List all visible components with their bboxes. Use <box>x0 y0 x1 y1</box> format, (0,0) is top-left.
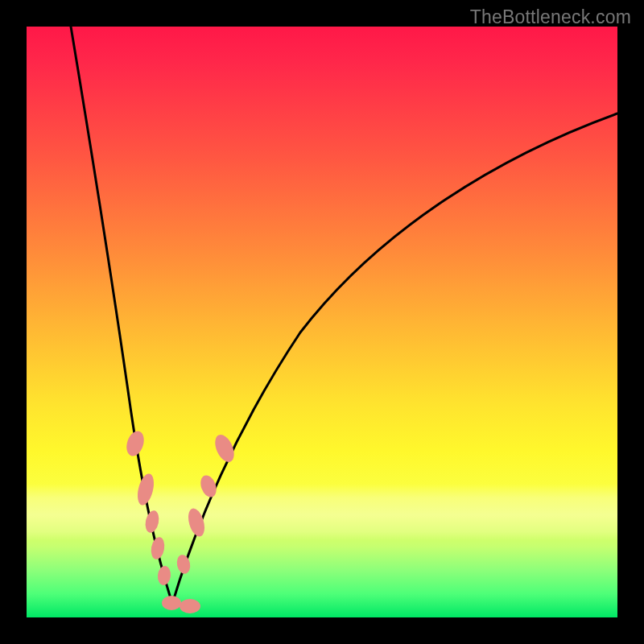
marker-m2 <box>134 472 156 506</box>
marker-m6 <box>162 596 181 610</box>
marker-m3 <box>143 510 160 535</box>
marker-m8 <box>175 554 192 576</box>
marker-m4 <box>150 536 167 560</box>
watermark-text: TheBottleneck.com <box>470 6 631 28</box>
markers-group <box>124 429 238 613</box>
marker-m5 <box>157 565 171 586</box>
marker-m7 <box>180 599 200 613</box>
marker-m1 <box>124 429 147 459</box>
chart-svg <box>27 27 617 617</box>
marker-m10 <box>198 473 219 499</box>
curve-right-path <box>172 114 617 604</box>
chart-frame <box>27 27 617 617</box>
